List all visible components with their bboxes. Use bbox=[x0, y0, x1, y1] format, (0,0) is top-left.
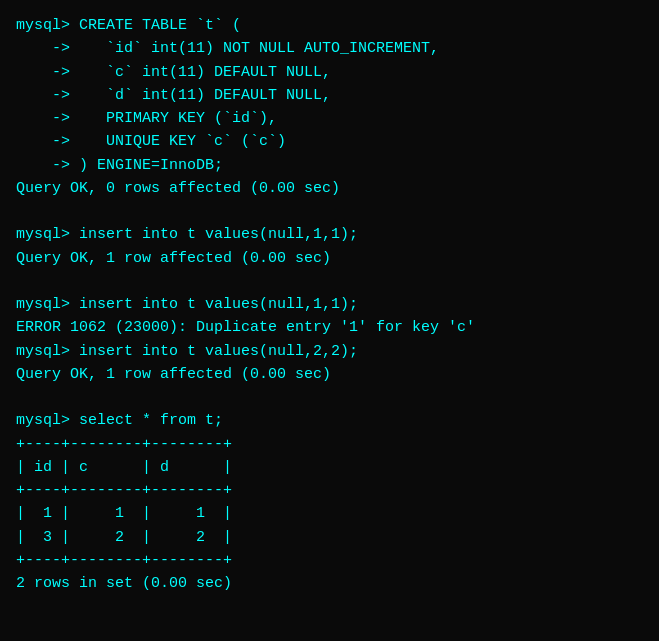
terminal-line: +----+--------+--------+ bbox=[16, 433, 643, 456]
terminal-line: +----+--------+--------+ bbox=[16, 549, 643, 572]
terminal-line: Query OK, 0 rows affected (0.00 sec) bbox=[16, 177, 643, 200]
terminal-line: +----+--------+--------+ bbox=[16, 479, 643, 502]
terminal-line bbox=[16, 386, 643, 409]
terminal-line: Query OK, 1 row affected (0.00 sec) bbox=[16, 247, 643, 270]
terminal-line: Query OK, 1 row affected (0.00 sec) bbox=[16, 363, 643, 386]
terminal-line: mysql> CREATE TABLE `t` ( bbox=[16, 14, 643, 37]
terminal-line: | 3 | 2 | 2 | bbox=[16, 526, 643, 549]
terminal-line: -> `c` int(11) DEFAULT NULL, bbox=[16, 61, 643, 84]
terminal-line: mysql> insert into t values(null,1,1); bbox=[16, 293, 643, 316]
terminal-line bbox=[16, 270, 643, 293]
terminal-line: mysql> select * from t; bbox=[16, 409, 643, 432]
terminal-window: mysql> CREATE TABLE `t` ( -> `id` int(11… bbox=[16, 14, 643, 627]
terminal-line: mysql> insert into t values(null,2,2); bbox=[16, 340, 643, 363]
terminal-line: -> ) ENGINE=InnoDB; bbox=[16, 154, 643, 177]
terminal-line: | 1 | 1 | 1 | bbox=[16, 502, 643, 525]
terminal-line: -> PRIMARY KEY (`id`), bbox=[16, 107, 643, 130]
terminal-line bbox=[16, 200, 643, 223]
terminal-line: mysql> insert into t values(null,1,1); bbox=[16, 223, 643, 246]
terminal-line: -> UNIQUE KEY `c` (`c`) bbox=[16, 130, 643, 153]
terminal-line: 2 rows in set (0.00 sec) bbox=[16, 572, 643, 595]
terminal-line: -> `d` int(11) DEFAULT NULL, bbox=[16, 84, 643, 107]
terminal-line: ERROR 1062 (23000): Duplicate entry '1' … bbox=[16, 316, 643, 339]
terminal-line: -> `id` int(11) NOT NULL AUTO_INCREMENT, bbox=[16, 37, 643, 60]
terminal-line: | id | c | d | bbox=[16, 456, 643, 479]
